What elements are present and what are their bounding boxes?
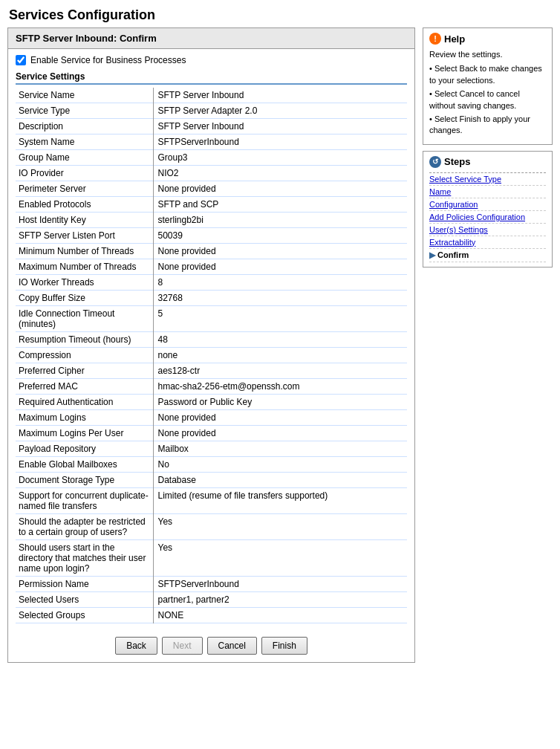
back-button[interactable]: Back	[115, 637, 157, 655]
row-label: Group Name	[16, 150, 153, 166]
row-value: None provided	[153, 181, 407, 197]
row-label: Maximum Number of Threads	[16, 259, 153, 275]
table-row: Preferred Cipheraes128-ctr	[16, 363, 407, 379]
row-value: NIO2	[153, 166, 407, 181]
table-row: IO ProviderNIO2	[16, 166, 407, 181]
help-item: Select Finish to apply your changes.	[429, 114, 546, 137]
step-link[interactable]: User(s) Settings	[429, 225, 488, 234]
enable-service-row: Enable Service for Business Processes	[16, 55, 407, 65]
step-item[interactable]: Extractability	[429, 236, 546, 249]
row-value: 5	[153, 306, 407, 332]
row-value: 32768	[153, 291, 407, 306]
row-label: Enable Global Mailboxes	[16, 457, 153, 473]
step-link[interactable]: Add Policies Configuration	[429, 213, 525, 221]
row-label: Preferred MAC	[16, 379, 153, 395]
table-row: IO Worker Threads8	[16, 275, 407, 291]
row-label: Required Authentication	[16, 395, 153, 410]
table-row: Support for concurrent duplicate-named f…	[16, 488, 407, 514]
row-value: Password or Public Key	[153, 395, 407, 410]
row-value: 50039	[153, 228, 407, 244]
row-label: Idle Connection Timeout (minutes)	[16, 306, 153, 332]
table-row: Preferred MAChmac-sha2-256-etm@openssh.c…	[16, 379, 407, 395]
right-panel: ! Help Review the settings. Select Back …	[423, 27, 553, 663]
step-link[interactable]: Extractability	[429, 238, 475, 247]
table-row: Document Storage TypeDatabase	[16, 473, 407, 488]
row-value: NONE	[153, 608, 407, 623]
help-icon: !	[429, 33, 441, 45]
row-value: None provided	[153, 410, 407, 426]
table-row: Group NameGroup3	[16, 150, 407, 166]
row-label: Host Identity Key	[16, 213, 153, 228]
steps-title: ↺ Steps	[429, 156, 546, 168]
row-label: Should users start in the directory that…	[16, 540, 153, 577]
steps-box: ↺ Steps Select Service TypeNameConfigura…	[423, 151, 553, 268]
help-box: ! Help Review the settings. Select Back …	[423, 27, 553, 145]
row-value: No	[153, 457, 407, 473]
row-value: 8	[153, 275, 407, 291]
row-label: Selected Groups	[16, 608, 153, 623]
table-row: Host Identity Keysterlingb2bi	[16, 213, 407, 228]
row-label: IO Worker Threads	[16, 275, 153, 291]
table-row: Copy Buffer Size32768	[16, 291, 407, 306]
row-label: Selected Users	[16, 592, 153, 608]
steps-title-text: Steps	[444, 156, 470, 167]
left-panel: SFTP Server Inbound: Confirm Enable Serv…	[7, 27, 415, 663]
enable-service-label: Enable Service for Business Processes	[30, 55, 186, 65]
row-label: System Name	[16, 134, 153, 150]
row-value: SFTP Server Inbound	[153, 88, 407, 103]
row-value: SFTPServerInbound	[153, 134, 407, 150]
table-row: Minimum Number of ThreadsNone provided	[16, 244, 407, 259]
table-row: Service NameSFTP Server Inbound	[16, 88, 407, 103]
cancel-button[interactable]: Cancel	[207, 637, 257, 655]
row-value: 48	[153, 332, 407, 348]
table-row: SFTP Server Listen Port50039	[16, 228, 407, 244]
step-link[interactable]: Configuration	[429, 200, 478, 209]
table-row: Service TypeSFTP Server Adapter 2.0	[16, 103, 407, 119]
row-label: Service Name	[16, 88, 153, 103]
row-label: Preferred Cipher	[16, 363, 153, 379]
table-row: Selected GroupsNONE	[16, 608, 407, 623]
row-label: Resumption Timeout (hours)	[16, 332, 153, 348]
table-row: Resumption Timeout (hours)48	[16, 332, 407, 348]
step-item[interactable]: Select Service Type	[429, 173, 546, 186]
row-value: none	[153, 348, 407, 363]
table-row: Idle Connection Timeout (minutes)5	[16, 306, 407, 332]
table-row: Permission NameSFTPServerInbound	[16, 577, 407, 592]
step-item[interactable]: Add Policies Configuration	[429, 211, 546, 224]
table-row: Compressionnone	[16, 348, 407, 363]
row-label: Support for concurrent duplicate-named f…	[16, 488, 153, 514]
finish-button[interactable]: Finish	[261, 637, 307, 655]
row-label: Maximum Logins	[16, 410, 153, 426]
row-label: Perimeter Server	[16, 181, 153, 197]
row-label: Minimum Number of Threads	[16, 244, 153, 259]
next-button[interactable]: Next	[162, 637, 203, 655]
row-value: None provided	[153, 259, 407, 275]
step-item[interactable]: Configuration	[429, 198, 546, 211]
row-label: Description	[16, 119, 153, 134]
table-row: Payload RepositoryMailbox	[16, 441, 407, 457]
row-value: SFTP and SCP	[153, 197, 407, 213]
row-value: Yes	[153, 514, 407, 540]
step-link[interactable]: Select Service Type	[429, 175, 501, 184]
row-value: Database	[153, 473, 407, 488]
row-value: sterlingb2bi	[153, 213, 407, 228]
table-row: Maximum Logins Per UserNone provided	[16, 426, 407, 441]
row-label: Compression	[16, 348, 153, 363]
step-item: Confirm	[429, 249, 546, 262]
row-value: SFTPServerInbound	[153, 577, 407, 592]
help-items: Select Back to make changes to your sele…	[429, 63, 546, 136]
row-label: Maximum Logins Per User	[16, 426, 153, 441]
row-value: aes128-ctr	[153, 363, 407, 379]
step-link[interactable]: Name	[429, 187, 451, 196]
row-value: Limited (resume of file transfers suppor…	[153, 488, 407, 514]
enable-service-checkbox[interactable]	[16, 55, 26, 65]
help-item: Select Cancel to cancel without saving c…	[429, 88, 546, 111]
row-value: partner1, partner2	[153, 592, 407, 608]
row-value: Yes	[153, 540, 407, 577]
step-item[interactable]: User(s) Settings	[429, 224, 546, 236]
table-row: Should the adapter be restricted to a ce…	[16, 514, 407, 540]
row-value: Group3	[153, 150, 407, 166]
step-item[interactable]: Name	[429, 186, 546, 198]
table-row: System NameSFTPServerInbound	[16, 134, 407, 150]
row-label: SFTP Server Listen Port	[16, 228, 153, 244]
